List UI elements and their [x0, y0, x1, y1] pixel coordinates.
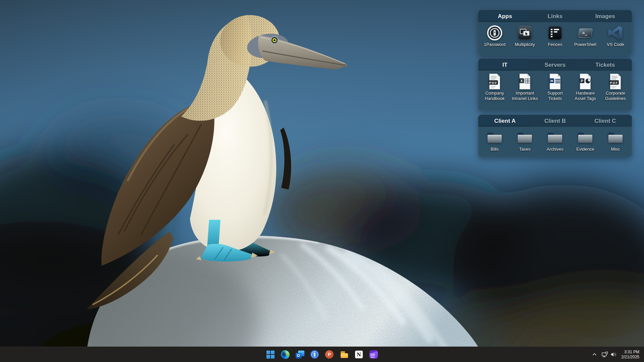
tab-servers-label: Servers [545, 62, 565, 68]
tab-apps-label: Apps [498, 13, 512, 20]
folder-misc[interactable]: Misc [600, 130, 631, 152]
shortcut-vscode[interactable]: VS Code [600, 25, 631, 47]
clock-date: 2/21/2025 [622, 355, 639, 360]
shortcut-label: Important Intranet Links [510, 91, 540, 101]
shortcut-label: Hardware Asset Tags [571, 91, 600, 101]
pdf-document-icon: PDF [607, 73, 624, 90]
fence-apps-tabbar: Apps Links Images [478, 10, 632, 22]
powerpoint-icon: P [325, 350, 334, 359]
tab-tickets[interactable]: Tickets [581, 60, 630, 69]
fence-panel-it: IT Servers Tickets PDF Company Handbook [478, 59, 632, 111]
svg-text:P: P [581, 79, 583, 83]
notion-icon: N [355, 350, 363, 359]
shortcut-fences[interactable]: Fences [540, 25, 570, 47]
outlook-icon: O [296, 350, 304, 359]
shortcut-important-intranet-links[interactable]: X Important Intranet Links [510, 73, 540, 101]
tray-system-icons[interactable] [599, 349, 620, 361]
clipchamp-icon [369, 350, 378, 359]
shortcut-label: Corporate Guidelines [601, 91, 630, 101]
tray-show-hidden-icons-button[interactable] [590, 349, 599, 361]
folder-taxes[interactable]: Taxes [510, 130, 540, 152]
taskbar-clipchamp-button[interactable] [367, 348, 381, 361]
tab-client-a-label: Client A [494, 118, 516, 124]
tab-apps[interactable]: Apps [480, 12, 530, 21]
file-explorer-icon [340, 351, 349, 359]
tab-servers[interactable]: Servers [530, 60, 580, 69]
svg-text:W: W [550, 79, 553, 83]
tab-links[interactable]: Links [530, 12, 580, 21]
shortcut-label: Multiplicity [515, 42, 535, 47]
shortcut-support-tickets[interactable]: W Support Tickets [540, 73, 570, 101]
taskbar-1password-button[interactable] [308, 348, 321, 361]
taskbar-outlook-button[interactable]: O [293, 348, 307, 361]
start-button[interactable] [264, 348, 277, 361]
1password-icon [487, 25, 503, 41]
pdf-document-icon: PDF [487, 73, 503, 90]
taskbar-file-explorer-button[interactable] [338, 348, 351, 361]
shortcut-multiplicity[interactable]: Multiplicity [510, 25, 540, 47]
1password-taskbar-icon [310, 350, 319, 359]
folder-icon [517, 130, 533, 146]
tab-links-label: Links [548, 13, 562, 20]
tab-client-b-label: Client B [544, 118, 566, 124]
tab-client-a[interactable]: Client A [480, 116, 530, 125]
folder-icon [577, 130, 593, 146]
taskbar-powerpoint-button[interactable]: P [323, 348, 336, 361]
shortcut-hardware-asset-tags[interactable]: P Hardware Asset Tags [570, 73, 600, 101]
folder-label: Misc [611, 147, 620, 152]
powerpoint-glyph: P [328, 352, 331, 357]
tab-client-b[interactable]: Client B [530, 116, 580, 125]
powershell-icon: >_ [577, 25, 593, 41]
shortcut-label: PowerShell [574, 42, 596, 47]
shortcut-label: Fences [548, 42, 562, 47]
outlook-glyph: O [297, 354, 300, 358]
shortcut-label: 1Password [484, 42, 505, 47]
shortcut-1password[interactable]: 1Password [480, 25, 510, 47]
excel-document-icon: X [517, 73, 533, 90]
volume-icon [611, 352, 617, 357]
tab-it-label: IT [502, 62, 507, 68]
taskbar-clock[interactable]: 3:31 PM 2/21/2025 [620, 350, 643, 360]
powershell-glyph: >_ [582, 31, 589, 36]
clock-time: 3:31 PM [622, 350, 639, 355]
taskbar-edge-button[interactable] [279, 348, 292, 361]
network-icon [602, 352, 608, 357]
fence-panel-clients: Client A Client B Client C Bills [478, 115, 632, 157]
notion-glyph: N [357, 352, 361, 357]
tab-it[interactable]: IT [480, 60, 530, 69]
shortcut-company-handbook[interactable]: PDF Company Handbook [480, 73, 510, 101]
svg-text:PDF: PDF [489, 81, 498, 85]
taskbar-notion-button[interactable]: N [352, 348, 366, 361]
shortcut-label: VS Code [607, 42, 624, 47]
taskbar: O P N [0, 347, 644, 362]
fence-it-tabbar: IT Servers Tickets [478, 59, 632, 71]
folder-label: Evidence [576, 147, 594, 152]
vscode-icon [607, 25, 624, 41]
svg-text:X: X [521, 79, 523, 83]
fences-icon [547, 25, 563, 41]
folder-archives[interactable]: Archives [540, 130, 570, 152]
folder-icon [487, 130, 503, 146]
tab-client-c[interactable]: Client C [581, 116, 630, 125]
desktop: Apps Links Images 1Password [0, 0, 644, 362]
edge-icon [281, 350, 290, 359]
fence-clients-tabbar: Client A Client B Client C [478, 115, 632, 127]
tab-images[interactable]: Images [581, 12, 630, 21]
svg-text:PDF: PDF [610, 81, 618, 85]
tab-client-c-label: Client C [594, 118, 616, 124]
tab-images-label: Images [595, 13, 615, 20]
multiplicity-icon [517, 25, 533, 41]
powerpoint-document-icon: P [577, 73, 593, 90]
word-document-icon: W [547, 73, 563, 90]
folder-evidence[interactable]: Evidence [570, 130, 600, 152]
folder-icon [547, 130, 563, 146]
windows-logo-icon [266, 351, 275, 359]
folder-label: Archives [547, 147, 563, 152]
shortcut-powershell[interactable]: >_ PowerShell [570, 25, 600, 47]
chevron-up-icon [592, 352, 597, 357]
folder-icon [607, 130, 624, 146]
folder-bills[interactable]: Bills [480, 130, 510, 152]
shortcut-corporate-guidelines[interactable]: PDF Corporate Guidelines [600, 73, 631, 101]
folder-label: Taxes [519, 147, 531, 152]
fence-panel-apps: Apps Links Images 1Password [478, 10, 632, 55]
